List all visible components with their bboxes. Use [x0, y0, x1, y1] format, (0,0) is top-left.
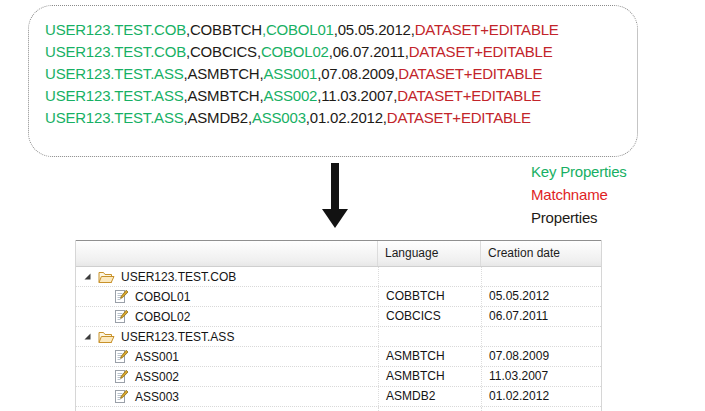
cell-date: 06.07.2011 — [481, 307, 601, 326]
group-label: USER123.TEST.ASS — [121, 330, 234, 344]
spec-segment: ASS001 — [263, 65, 317, 82]
table-row-member[interactable]: ASS002 ASMBTCH 11.03.2007 — [76, 367, 601, 387]
tree-expand-icon[interactable] — [83, 332, 92, 341]
table-row-member[interactable]: COBOL01 COBBTCH 05.05.2012 — [76, 287, 601, 307]
edit-document-icon — [113, 309, 129, 324]
cell-language — [378, 327, 481, 346]
table-row-group[interactable]: USER123.TEST.ASS — [76, 327, 601, 347]
spec-segment: COBOL02 — [261, 43, 329, 60]
legend: Key PropertiesMatchnameProperties — [531, 160, 627, 229]
spec-segment: USER123.TEST.COB — [45, 21, 186, 38]
cell-tree: ASS001 — [76, 347, 378, 366]
edit-document-icon — [113, 349, 129, 364]
diagram-canvas: USER123.TEST.COB,COBBTCH,COBOL01,05.05.2… — [0, 0, 705, 411]
spec-segment: USER123.TEST.ASS — [45, 87, 184, 104]
spec-segment: ,ASMBTCH, — [184, 87, 264, 104]
open-folder-icon — [98, 330, 115, 344]
cell-language — [378, 267, 481, 286]
spec-segment: ,ASMDB2, — [184, 109, 252, 126]
spec-segment: DATASET+EDITABLE — [398, 65, 542, 82]
cell-date: 05.05.2012 — [481, 287, 601, 306]
cell-language: COBBTCH — [378, 287, 481, 306]
spec-segment: DATASET+EDITABLE — [397, 87, 541, 104]
spec-segment: ,11.03.2007, — [317, 87, 397, 104]
cell-tree: COBOL01 — [76, 287, 378, 306]
column-header-tree[interactable] — [76, 241, 378, 266]
table-body: USER123.TEST.COB COBOL01 COBBTCH 05.05.2… — [76, 267, 601, 411]
spec-segment: ASS003 — [252, 109, 306, 126]
spec-lines: USER123.TEST.COB,COBBTCH,COBOL01,05.05.2… — [45, 19, 631, 129]
member-label: COBOL02 — [135, 310, 190, 324]
edit-document-icon — [113, 389, 129, 404]
spec-segment: ,05.05.2012, — [334, 21, 415, 38]
spec-segment: ,07.08.2009, — [317, 65, 398, 82]
member-label: ASS001 — [135, 350, 179, 364]
cell-language: ASMBTCH — [378, 347, 481, 366]
legend-item: Matchname — [531, 183, 627, 206]
cell-date — [481, 407, 601, 411]
spec-segment: USER123.TEST.ASS — [45, 65, 184, 82]
table-row-member[interactable]: ASS003 ASMDB2 01.02.2012 — [76, 387, 601, 407]
spec-segment: DATASET+EDITABLE — [415, 21, 559, 38]
cell-tree: ASS002 — [76, 367, 378, 386]
cell-date: 11.03.2007 — [481, 367, 601, 386]
spec-line: USER123.TEST.ASS,ASMBTCH,ASS002,11.03.20… — [45, 85, 631, 107]
group-label: USER123.TEST.COB — [121, 270, 236, 284]
spec-line: USER123.TEST.COB,COBCICS,COBOL02,06.07.2… — [45, 41, 631, 63]
spec-segment: USER123.TEST.ASS — [45, 109, 184, 126]
table-row-empty — [76, 407, 601, 411]
cell-date — [481, 267, 601, 286]
spec-segment: ,COBOL01 — [262, 21, 334, 38]
member-label: ASS003 — [135, 390, 179, 404]
cell-tree: COBOL02 — [76, 307, 378, 326]
spec-segment: DATASET+EDITABLE — [387, 109, 531, 126]
tree-expand-icon[interactable] — [83, 272, 92, 281]
member-label: COBOL01 — [135, 290, 190, 304]
cell-tree: ASS003 — [76, 387, 378, 406]
cell-tree — [76, 407, 378, 411]
edit-document-icon — [113, 289, 129, 304]
cell-language — [378, 407, 481, 411]
spec-segment: USER123.TEST.COB — [45, 43, 186, 60]
spec-segment: ,ASMBTCH, — [184, 65, 264, 82]
table-row-member[interactable]: ASS001 ASMBTCH 07.08.2009 — [76, 347, 601, 367]
spec-segment: ,01.02.2012, — [306, 109, 387, 126]
table-row-group[interactable]: USER123.TEST.COB — [76, 267, 601, 287]
open-folder-icon — [98, 270, 115, 284]
member-label: ASS002 — [135, 370, 179, 384]
spec-line: USER123.TEST.ASS,ASMBTCH,ASS001,07.08.20… — [45, 63, 631, 85]
cell-date — [481, 327, 601, 346]
cell-tree: USER123.TEST.ASS — [76, 327, 378, 346]
down-arrow-icon — [331, 163, 339, 210]
cell-tree: USER123.TEST.COB — [76, 267, 378, 286]
spec-line: USER123.TEST.COB,COBBTCH,COBOL01,05.05.2… — [45, 19, 631, 41]
table-header-row: Language Creation date — [76, 240, 601, 267]
column-header-creation-date[interactable]: Creation date — [481, 241, 601, 266]
down-arrow-head-icon — [322, 209, 348, 228]
cell-date: 07.08.2009 — [481, 347, 601, 366]
cell-date: 01.02.2012 — [481, 387, 601, 406]
cell-language: COBCICS — [378, 307, 481, 326]
spec-segment: ,06.07.2011, — [329, 43, 409, 60]
table-row-member[interactable]: COBOL02 COBCICS 06.07.2011 — [76, 307, 601, 327]
spec-box: USER123.TEST.COB,COBBTCH,COBOL01,05.05.2… — [28, 5, 638, 157]
column-header-language[interactable]: Language — [378, 241, 481, 266]
cell-language: ASMDB2 — [378, 387, 481, 406]
spec-line: USER123.TEST.ASS,ASMDB2,ASS003,01.02.201… — [45, 107, 631, 129]
edit-document-icon — [113, 369, 129, 384]
spec-segment: ASS002 — [263, 87, 317, 104]
legend-item: Properties — [531, 206, 627, 229]
members-table: Language Creation date USER123.TEST.COB — [75, 240, 602, 411]
legend-item: Key Properties — [531, 160, 627, 183]
spec-segment: ,COBBTCH — [186, 21, 262, 38]
spec-segment: ,COBCICS, — [186, 43, 261, 60]
cell-language: ASMBTCH — [378, 367, 481, 386]
spec-segment: DATASET+EDITABLE — [409, 43, 553, 60]
